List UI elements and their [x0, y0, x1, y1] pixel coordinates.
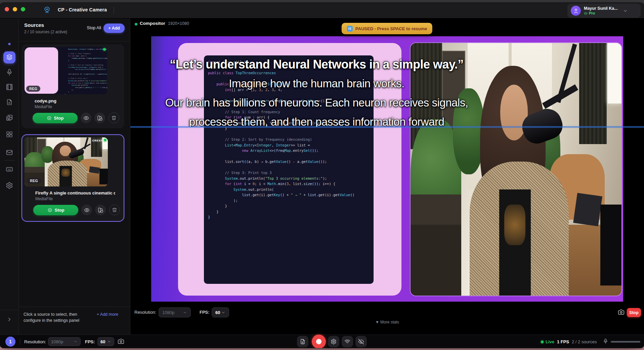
mic-level-icon — [603, 338, 608, 344]
user-account-menu[interactable]: Mayur Sunil Ka... Pro — [567, 4, 641, 18]
chevron-right-icon — [6, 317, 12, 322]
record-circle-icon — [47, 208, 52, 213]
keyboard-icon — [6, 166, 13, 173]
preview-source-button[interactable] — [81, 205, 92, 215]
code-line: List<Map.Entry<Integer, Integer>> list = — [208, 142, 374, 148]
fps-select[interactable]: 60 — [212, 307, 229, 317]
code-line: list.get(i).getKey() + " → " + list.get(… — [208, 192, 374, 198]
studio-pc-case — [600, 205, 621, 286]
layers-icon — [6, 54, 13, 61]
sources-header: Sources 2 / 10 sources (2 active) Stop A… — [19, 18, 130, 41]
sidebar-item-media[interactable] — [6, 114, 13, 122]
screenshot-button[interactable] — [618, 309, 625, 315]
resolution-select[interactable]: 1080p — [159, 307, 191, 317]
code-line: // Step 3: Print top 3 — [61, 78, 107, 80]
chevron-down-icon — [74, 340, 78, 344]
source-thumbnail-video[interactable]: CREATE REG — [25, 137, 108, 186]
trash-icon — [112, 207, 117, 213]
sources-count: 2 / 10 sources (2 active) — [24, 30, 67, 34]
caption-line: Our brain has billions of neurons. Each … — [151, 93, 482, 112]
code-line: } — [208, 209, 374, 215]
add-more-link[interactable]: + Add more — [95, 311, 118, 335]
code-line: new ArrayList<>(freqMap.entrySet()); — [61, 69, 107, 71]
code-line — [208, 131, 374, 137]
stop-source-button[interactable]: Stop — [33, 113, 78, 123]
zoom-window-button[interactable] — [21, 7, 25, 11]
minimize-window-button[interactable] — [13, 7, 17, 11]
code-line — [208, 165, 374, 170]
network-button[interactable] — [342, 336, 353, 347]
effects-source-button[interactable] — [94, 113, 105, 123]
code-line: } — [61, 91, 107, 93]
images-icon — [6, 114, 13, 122]
code-line: ); — [61, 89, 107, 91]
compositor-canvas[interactable]: import java.util.*; public class TopThre… — [151, 36, 623, 302]
snapshot-button[interactable] — [118, 338, 124, 345]
camera-icon — [618, 309, 625, 315]
code-line: System.out.println("Top 3 occurring elem… — [61, 80, 107, 82]
caption-overlay-source[interactable]: “Let’s understand Neural Networks in a s… — [151, 55, 623, 127]
sidebar-rail — [0, 18, 19, 335]
code-line: Map<Integer, Integer> freqMap = new Hash… — [61, 48, 107, 51]
chevron-down-icon — [623, 8, 628, 13]
sources-divider — [19, 41, 130, 41]
camera-icon — [118, 338, 124, 345]
record-button[interactable] — [312, 335, 326, 348]
caption-line: Imagine how the human brain works. — [151, 74, 482, 93]
stop-compositor-button[interactable]: Stop — [627, 308, 641, 317]
eye-icon — [83, 115, 89, 121]
delete-source-button[interactable] — [109, 205, 120, 215]
source-card-codye[interactable]: Map<Integer, Integer> freqMap = new Hash… — [22, 44, 124, 128]
code-editor-mini: Map<Integer, Integer> freqMap = new Hash… — [59, 47, 107, 94]
preview-source-button[interactable] — [81, 113, 91, 123]
stop-source-button[interactable]: Stop — [33, 205, 78, 215]
sidebar-item-settings[interactable] — [6, 182, 13, 189]
resolution-select[interactable]: 1080p — [48, 337, 81, 346]
live-status-dot — [541, 341, 544, 343]
close-window-button[interactable] — [5, 7, 9, 11]
mic-volume-slider[interactable] — [611, 341, 640, 343]
sidebar-item-video[interactable] — [6, 83, 13, 91]
delete-source-button[interactable] — [109, 113, 119, 123]
stop-all-button[interactable]: Stop All — [87, 26, 101, 30]
alignment-guide-line — [130, 127, 644, 127]
fps-select[interactable]: 60 — [97, 337, 114, 346]
sidebar-item-documents[interactable] — [6, 99, 13, 106]
page-badge[interactable]: 1 — [5, 337, 15, 347]
live-label: Live — [546, 339, 554, 344]
code-line: // Step 2: Sort by frequency (descending… — [61, 64, 107, 67]
sidebar-item-sources[interactable] — [3, 51, 15, 63]
code-line: list.sort((a, b) → b.getValue() - a.getV… — [61, 73, 107, 76]
add-source-button[interactable]: + Add — [103, 24, 125, 33]
sidebar-item-shortcuts[interactable] — [6, 166, 13, 173]
sidebar-footer — [0, 310, 18, 335]
chevron-down-icon — [183, 310, 187, 315]
gear-icon — [331, 339, 337, 345]
trash-icon — [111, 115, 117, 121]
settings-button[interactable] — [328, 336, 339, 347]
crown-icon — [584, 11, 588, 15]
record-circle-icon — [47, 116, 52, 121]
more-stats-toggle[interactable]: ▼ More stats — [130, 320, 644, 324]
sidebar-item-layouts[interactable] — [6, 131, 13, 138]
sources-stat: 2 / 2 sources — [572, 339, 597, 344]
sidebar-item-messages[interactable] — [6, 149, 13, 156]
code-line: for (int i = 0; i < Math.min(3, list.siz… — [61, 82, 107, 85]
sidebar-item-audio[interactable] — [6, 69, 13, 76]
code-line: new ArrayList<>(freqMap.entrySet()); — [208, 148, 374, 154]
source-title: Firefly A single continuous cinematic c.… — [35, 190, 115, 195]
swatch-book-icon — [98, 207, 103, 213]
source-card-firefly[interactable]: CREATE REG Firefly A single continuous c… — [22, 134, 124, 222]
titlebar: CP - Creative Camera Mayur Sunil Ka... P… — [0, 3, 644, 18]
region-badge: REG — [27, 178, 41, 184]
hide-preview-button[interactable] — [355, 336, 367, 347]
notes-button[interactable] — [297, 336, 308, 347]
effects-source-button[interactable] — [95, 205, 106, 215]
notification-dot — [8, 43, 10, 45]
source-actions: Stop — [33, 205, 121, 215]
code-line: System.out.println("Top 3 occurring elem… — [208, 176, 374, 181]
expand-panel-button[interactable] — [6, 317, 12, 322]
source-title: codye.png — [35, 98, 115, 103]
source-actions: Stop — [33, 113, 122, 123]
source-thumbnail-code[interactable]: Map<Integer, Integer> freqMap = new Hash… — [24, 47, 107, 94]
